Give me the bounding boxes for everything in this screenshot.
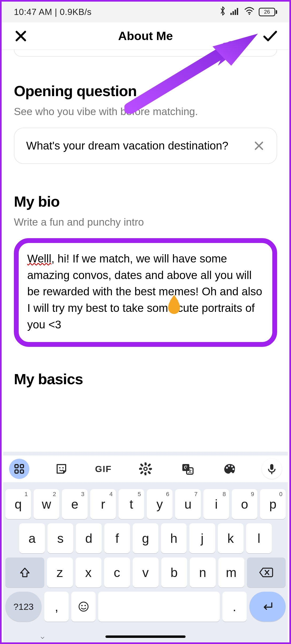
key-i[interactable]: i8 <box>203 489 229 519</box>
svg-point-4 <box>249 13 250 15</box>
bio-text-content: Welll, hi! If we match, we will have som… <box>27 250 264 333</box>
svg-point-20 <box>233 468 234 470</box>
keyboard-row-3: zxcvbnm <box>5 557 286 587</box>
key-u[interactable]: u7 <box>175 489 201 519</box>
key-y[interactable]: y6 <box>147 489 172 519</box>
svg-point-11 <box>62 467 64 469</box>
keyboard-apps-icon[interactable] <box>9 459 29 479</box>
svg-point-25 <box>84 605 86 606</box>
key-q[interactable]: q1 <box>5 489 31 519</box>
shift-key[interactable] <box>5 557 44 587</box>
home-indicator[interactable] <box>105 635 186 638</box>
key-d[interactable]: d <box>76 523 101 553</box>
svg-rect-8 <box>15 470 18 473</box>
clear-question-button[interactable] <box>253 140 265 152</box>
key-r[interactable]: r4 <box>90 489 116 519</box>
opening-question-card[interactable]: What's your dream vacation destination? <box>14 128 277 164</box>
key-t[interactable]: t5 <box>119 489 144 519</box>
svg-rect-21 <box>270 464 273 470</box>
key-m[interactable]: m <box>218 557 244 587</box>
chip-remnant <box>14 50 277 57</box>
svg-rect-6 <box>15 465 18 468</box>
bio-textarea[interactable]: Welll, hi! If we match, we will have som… <box>14 238 277 347</box>
symbols-key[interactable]: ?123 <box>5 592 42 622</box>
header: About Me <box>2 22 289 50</box>
key-o[interactable]: o9 <box>232 489 257 519</box>
period-key[interactable]: . <box>222 592 247 622</box>
opening-question-title: Opening question <box>14 83 277 99</box>
keyboard-theme-icon[interactable] <box>219 459 240 479</box>
key-l[interactable]: l <box>246 523 272 553</box>
my-basics-section: My basics <box>14 371 277 387</box>
key-n[interactable]: n <box>190 557 216 587</box>
confirm-button[interactable] <box>263 29 278 44</box>
key-h[interactable]: h <box>161 523 187 553</box>
keyboard-settings-icon[interactable] <box>135 459 156 479</box>
page-title: About Me <box>2 29 289 43</box>
svg-rect-9 <box>20 470 23 473</box>
close-button[interactable] <box>13 29 28 44</box>
key-e[interactable]: e3 <box>62 489 88 519</box>
svg-rect-1 <box>233 11 234 15</box>
bluetooth-icon <box>219 6 226 18</box>
opening-question-subtitle: See who you vibe with before matching. <box>14 106 277 117</box>
keyboard-toolbar: GIF G文 <box>3 455 288 482</box>
svg-rect-3 <box>237 8 238 15</box>
keyboard-row-1: q1w2e3r4t5y6u7i8o9p0 <box>5 489 286 519</box>
keyboard-translate-icon[interactable]: G文 <box>178 459 198 479</box>
svg-point-23 <box>79 602 88 611</box>
space-key[interactable] <box>98 592 220 622</box>
opening-question-section: Opening question See who you vibe with b… <box>14 83 277 164</box>
svg-rect-2 <box>235 10 236 15</box>
svg-point-10 <box>59 467 60 469</box>
key-a[interactable]: a <box>19 523 45 553</box>
keyboard-row-4: ?123 , . <box>5 592 286 622</box>
battery-icon: 26 <box>259 8 277 16</box>
key-z[interactable]: z <box>47 557 73 587</box>
my-basics-title: My basics <box>14 371 277 387</box>
key-f[interactable]: f <box>104 523 130 553</box>
key-g[interactable]: g <box>133 523 158 553</box>
keyboard-gif-button[interactable]: GIF <box>93 459 113 479</box>
key-p[interactable]: p0 <box>260 489 286 519</box>
keyboard-row-2: asdfghjkl <box>5 523 286 553</box>
svg-point-18 <box>228 465 230 467</box>
svg-point-12 <box>144 467 147 470</box>
comma-key[interactable]: , <box>44 592 69 622</box>
keyboard-collapse-icon[interactable]: ⌵ <box>41 633 44 640</box>
key-k[interactable]: k <box>218 523 243 553</box>
status-time: 10:47 AM | 0.9KB/s <box>14 7 92 17</box>
wifi-icon <box>244 7 254 17</box>
key-c[interactable]: c <box>104 557 130 587</box>
status-bar: 10:47 AM | 0.9KB/s 26 <box>2 2 289 22</box>
svg-rect-7 <box>20 465 23 468</box>
opening-question-text: What's your dream vacation destination? <box>26 138 245 154</box>
svg-point-24 <box>81 605 82 606</box>
my-bio-title: My bio <box>14 193 277 210</box>
key-s[interactable]: s <box>48 523 73 553</box>
key-v[interactable]: v <box>133 557 159 587</box>
key-x[interactable]: x <box>76 557 101 587</box>
key-j[interactable]: j <box>189 523 215 553</box>
svg-point-17 <box>226 467 228 469</box>
keyboard-mic-icon[interactable] <box>262 459 282 479</box>
signal-icon <box>230 7 240 17</box>
emoji-key[interactable] <box>71 592 96 622</box>
svg-point-19 <box>231 466 233 468</box>
svg-rect-0 <box>230 13 232 15</box>
keyboard-footer: ⌵ <box>3 631 288 642</box>
backspace-key[interactable] <box>247 557 286 587</box>
my-bio-section: My bio Write a fun and punchy intro Well… <box>14 193 277 347</box>
key-w[interactable]: w2 <box>34 489 59 519</box>
key-b[interactable]: b <box>161 557 187 587</box>
keyboard: GIF G文 q1w2e3r4t5y6u7i8o9p0 asdfghjkl <box>3 452 288 642</box>
enter-key[interactable] <box>249 592 286 622</box>
status-icons: 26 <box>219 6 277 18</box>
svg-text:文: 文 <box>187 469 192 473</box>
my-bio-subtitle: Write a fun and punchy intro <box>14 216 277 228</box>
keyboard-sticker-icon[interactable] <box>51 459 72 479</box>
